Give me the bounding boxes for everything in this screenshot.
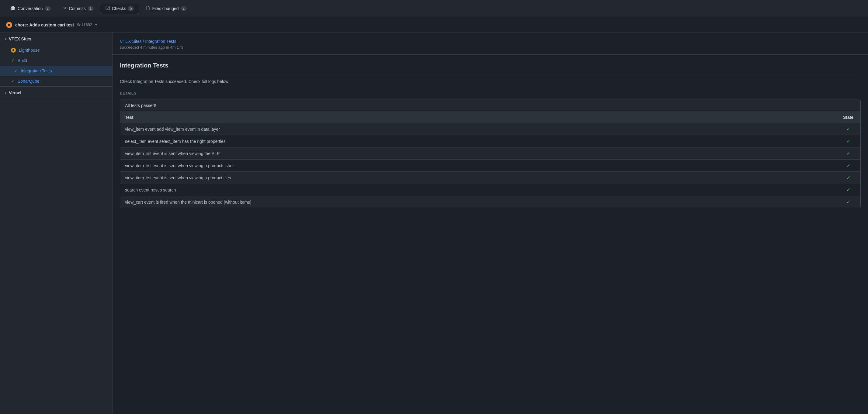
test-name-4: view_item_list event is sent when viewin… (120, 172, 836, 184)
files-changed-label: Files changed (152, 6, 179, 11)
commit-status-dot (6, 22, 12, 28)
test-name-3: view_item_list event is sent when viewin… (120, 160, 836, 172)
commits-badge: 1 (88, 6, 94, 11)
sidebar-group-vtex-sites: ▾VTEX SitesLighthouse✓Build✓Integration … (0, 33, 112, 87)
conversation-icon: 💬 (10, 6, 16, 11)
conversation-badge: 2 (45, 6, 51, 11)
test-name-2: view_item_list event is sent when viewin… (120, 148, 836, 160)
sidebar-item-label-integration-tests: Integration Tests (21, 68, 52, 73)
sidebar-group-vercel: ▸Vercel (0, 87, 112, 99)
content-breadcrumb: VTEX Sites / Integration Tests (120, 39, 861, 44)
test-row-3: view_item_list event is sent when viewin… (120, 160, 860, 172)
test-name-0: view_item event add view_item event in d… (120, 123, 836, 135)
test-name-6: view_cart event is fired when the minica… (120, 196, 836, 208)
integration-tests-status-icon: ✓ (14, 68, 18, 73)
test-col-header: Test (120, 112, 836, 123)
test-name-5: search event raises search (120, 184, 836, 196)
sidebar-group-label-vtex-sites: VTEX Sites (9, 36, 31, 41)
test-row-4: view_item_list event is sent when viewin… (120, 172, 860, 184)
svg-point-0 (64, 7, 66, 9)
checks-icon (105, 5, 110, 11)
test-state-2: ✓ (836, 148, 860, 160)
sidebar-group-header-vercel[interactable]: ▸Vercel (0, 87, 112, 99)
section-title: Integration Tests (120, 62, 861, 74)
checks-badge: 5 (128, 6, 134, 11)
test-state-0: ✓ (836, 123, 860, 135)
test-row-5: search event raises search✓ (120, 184, 860, 196)
sidebar-item-label-sonarqube: SonarQube (18, 79, 39, 84)
sidebar-item-build[interactable]: ✓Build (0, 55, 112, 66)
test-row-0: view_item event add view_item event in d… (120, 123, 860, 135)
state-col-header: State (836, 112, 860, 123)
tab-files-changed[interactable]: Files changed2 (140, 3, 192, 14)
sidebar-group-label-vercel: Vercel (9, 90, 21, 95)
content-subtitle: succeeded 4 minutes ago in 4m 17s (120, 45, 861, 50)
sidebar-item-label-build: Build (18, 58, 27, 63)
commit-dropdown-icon[interactable]: ▾ (95, 23, 97, 27)
sidebar-item-sonarqube[interactable]: ✓SonarQube (0, 76, 112, 86)
breadcrumb-link[interactable]: VTEX Sites / Integration Tests (120, 39, 177, 44)
test-results-table: Test State view_item event add view_item… (120, 112, 860, 208)
build-status-icon: ✓ (11, 58, 14, 63)
sidebar-item-label-lighthouse: Lighthouse (19, 48, 40, 53)
commits-icon (62, 5, 67, 11)
test-row-6: view_cart event is fired when the minica… (120, 196, 860, 208)
files-changed-icon (145, 5, 150, 11)
vtex-sites-chevron-icon: ▾ (5, 37, 6, 41)
main-layout: ▾VTEX SitesLighthouse✓Build✓Integration … (0, 33, 868, 414)
section-description: Check Integration Tests succeeded. Check… (120, 79, 861, 84)
sidebar-item-integration-tests[interactable]: ✓Integration Tests (0, 66, 112, 76)
lighthouse-status-icon (11, 48, 16, 53)
sidebar-group-header-vtex-sites[interactable]: ▾VTEX Sites (0, 33, 112, 45)
checks-label: Checks (112, 6, 126, 11)
content-header: VTEX Sites / Integration Tests succeeded… (113, 33, 868, 55)
all-tests-passed-message: All tests passed! (120, 99, 860, 112)
details-label: DETAILS (120, 91, 861, 95)
test-state-6: ✓ (836, 196, 860, 208)
top-nav: 💬Conversation2Commits1Checks5Files chang… (0, 0, 868, 17)
content-body: Integration Tests Check Integration Test… (113, 55, 868, 216)
commit-sha: 9c11682 (77, 23, 92, 27)
conversation-label: Conversation (18, 6, 43, 11)
sidebar-item-lighthouse[interactable]: Lighthouse (0, 45, 112, 55)
files-changed-badge: 2 (181, 6, 187, 11)
tab-checks[interactable]: Checks5 (100, 3, 139, 14)
vercel-chevron-icon: ▸ (5, 91, 6, 95)
details-card: All tests passed! Test State view_item e… (120, 99, 861, 208)
test-row-1: select_item event select_item has the ri… (120, 135, 860, 148)
sidebar: ▾VTEX SitesLighthouse✓Build✓Integration … (0, 33, 113, 414)
test-state-5: ✓ (836, 184, 860, 196)
test-state-4: ✓ (836, 172, 860, 184)
sonarqube-status-icon: ✓ (11, 79, 14, 84)
commit-title: chore: Adds custom cart test (15, 23, 74, 27)
tab-commits[interactable]: Commits1 (57, 3, 99, 14)
main-content: VTEX Sites / Integration Tests succeeded… (113, 33, 868, 414)
commit-bar: chore: Adds custom cart test 9c11682 ▾ (0, 17, 868, 33)
test-state-1: ✓ (836, 135, 860, 148)
test-state-3: ✓ (836, 160, 860, 172)
tab-conversation[interactable]: 💬Conversation2 (5, 3, 56, 14)
commits-label: Commits (69, 6, 86, 11)
test-row-2: view_item_list event is sent when viewin… (120, 148, 860, 160)
test-name-1: select_item event select_item has the ri… (120, 135, 836, 148)
